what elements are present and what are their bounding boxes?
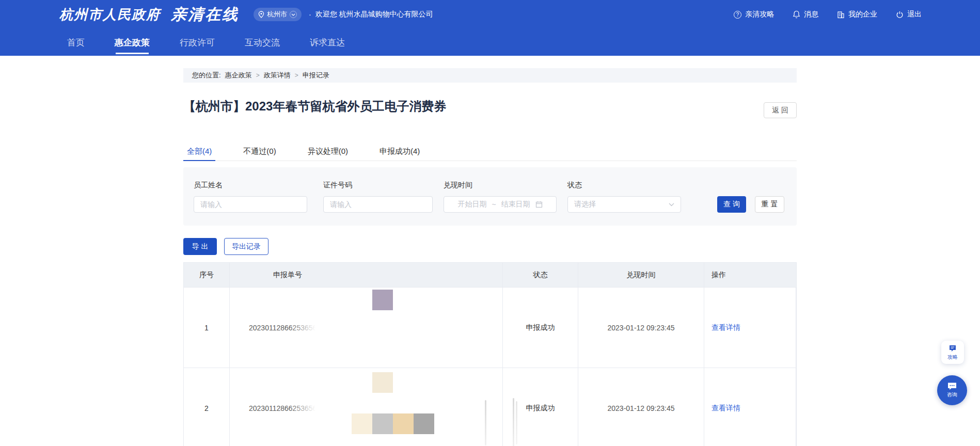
reset-button[interactable]: 重 置 (755, 196, 784, 213)
page-title: 【杭州市】2023年春节留杭省外员工电子消费券 (183, 98, 446, 115)
location-selector[interactable]: 杭州市 (254, 8, 302, 21)
redacted-block (414, 413, 434, 434)
nav-item-policies[interactable]: 惠企政策 (115, 29, 150, 56)
consult-float-button[interactable]: 咨询 (937, 375, 967, 405)
nav-item-interaction[interactable]: 互动交流 (245, 29, 280, 56)
col-status: 状态 (503, 263, 578, 287)
tab-success[interactable]: 申报成功(4) (376, 146, 423, 161)
guide-link-label: 亲清攻略 (745, 10, 774, 19)
header-row: 杭州市人民政府 亲清在线 杭州市 · 欢迎您 杭州水晶城购物中心有限公司 ? 亲… (59, 0, 922, 29)
redeem-time-label: 兑现时间 (444, 180, 557, 190)
breadcrumb-prefix: 您的位置: (192, 71, 221, 80)
welcome-dot: · (309, 10, 311, 19)
redacted-smudge (516, 401, 517, 444)
top-header: 杭州市人民政府 亲清在线 杭州市 · 欢迎您 杭州水晶城购物中心有限公司 ? 亲… (0, 0, 980, 56)
nav-item-appeals[interactable]: 诉求直达 (310, 29, 345, 56)
status-select[interactable]: 请选择 (567, 196, 681, 213)
row-order-no: 202301128662536563 (230, 368, 503, 446)
employee-name-field: 员工姓名 (194, 180, 307, 190)
date-tilde: ~ (492, 200, 496, 209)
breadcrumb-separator: > (256, 72, 260, 79)
redacted-smudge (513, 398, 514, 446)
date-range-picker[interactable]: 开始日期 ~ 结束日期 (444, 196, 557, 213)
row-status: 申报成功 (503, 288, 578, 368)
gov-logo: 杭州市人民政府 (59, 6, 161, 24)
company-icon (837, 11, 845, 19)
status-select-placeholder: 请选择 (574, 200, 596, 209)
employee-name-label: 员工姓名 (194, 180, 307, 190)
redacted-block (372, 372, 393, 393)
records-table: 序号 申报单号 状态 兑现时间 操作 1 202301128662536567 … (183, 262, 797, 446)
main-nav: 首页 惠企政策 行政许可 互动交流 诉求直达 (67, 29, 345, 56)
breadcrumb-item-records: 申报记录 (303, 71, 329, 80)
row-redeem-time: 2023-01-12 09:23:45 (578, 288, 704, 368)
tab-all[interactable]: 全部(4) (183, 146, 215, 161)
chevron-down-icon (669, 203, 674, 206)
my-company-link[interactable]: 我的企业 (837, 10, 877, 19)
redacted-block (352, 413, 372, 434)
col-order-no: 申报单号 (230, 263, 503, 287)
nav-item-home[interactable]: 首页 (67, 29, 85, 56)
export-log-button[interactable]: 导出记录 (224, 238, 268, 255)
row-actions: 查看详情 (704, 288, 796, 368)
back-button[interactable]: 返 回 (764, 102, 797, 118)
logout-link-label: 退出 (907, 10, 922, 19)
guide-chat-icon (949, 344, 957, 353)
chevron-down-icon (290, 11, 297, 18)
tab-rejected[interactable]: 不通过(0) (240, 146, 279, 161)
col-actions: 操作 (704, 263, 796, 287)
consult-float-label: 咨询 (947, 391, 957, 399)
breadcrumb-item-policies[interactable]: 惠企政策 (225, 71, 252, 80)
location-label: 杭州市 (267, 10, 287, 19)
search-button[interactable]: 查 询 (717, 196, 746, 213)
redacted-strip (352, 413, 434, 434)
row-index: 1 (184, 288, 230, 368)
id-number-field: 证件号码 (323, 180, 433, 190)
nav-item-licensing[interactable]: 行政许可 (180, 29, 215, 56)
question-circle-icon: ? (734, 11, 741, 19)
filter-panel: 员工姓名 证件号码 兑现时间 开始日期 ~ 结束日期 状态 请选择 (183, 167, 797, 226)
employee-name-input[interactable] (194, 196, 307, 213)
messages-link-label: 消息 (804, 10, 818, 19)
row-actions: 查看详情 (704, 368, 796, 446)
logout-link[interactable]: 退出 (896, 10, 922, 19)
location-pin-icon (258, 11, 264, 18)
status-field: 状态 请选择 (567, 180, 681, 190)
id-number-label: 证件号码 (323, 180, 433, 190)
power-icon (896, 11, 904, 19)
table-row: 2 202301128662536563 申报成功 2023-01-12 09:… (184, 368, 796, 446)
my-company-link-label: 我的企业 (848, 10, 877, 19)
welcome-company: 欢迎您 杭州水晶城购物中心有限公司 (315, 10, 433, 19)
consult-chat-icon (947, 382, 957, 391)
guide-float-button[interactable]: 攻略 (941, 341, 964, 364)
status-label: 状态 (567, 180, 681, 190)
redacted-block (393, 413, 414, 434)
col-redeem-time: 兑现时间 (578, 263, 704, 287)
status-tabs: 全部(4) 不通过(0) 异议处理(0) 申报成功(4) (183, 146, 797, 161)
end-date-placeholder: 结束日期 (501, 200, 530, 209)
messages-link[interactable]: 消息 (793, 10, 818, 19)
view-detail-link[interactable]: 查看详情 (712, 404, 740, 413)
export-button[interactable]: 导 出 (183, 238, 217, 255)
breadcrumb-separator: > (295, 72, 298, 79)
view-detail-link[interactable]: 查看详情 (712, 323, 740, 332)
guide-link[interactable]: ? 亲清攻略 (734, 10, 774, 19)
header-links: ? 亲清攻略 消息 我的企业 (734, 10, 922, 19)
calendar-icon (535, 201, 543, 208)
order-no-text: 202301128662536567 (249, 324, 321, 332)
id-number-input[interactable] (323, 196, 433, 213)
brand-logo: 亲清在线 (171, 4, 239, 25)
redacted-smudge (485, 400, 486, 445)
row-order-no: 202301128662536567 (230, 288, 503, 368)
redeem-time-field: 兑现时间 开始日期 ~ 结束日期 (444, 180, 557, 190)
screen: 杭州市人民政府 亲清在线 杭州市 · 欢迎您 杭州水晶城购物中心有限公司 ? 亲… (0, 0, 980, 446)
row-index: 2 (184, 368, 230, 446)
row-redeem-time: 2023-01-12 09:23:45 (578, 368, 704, 446)
breadcrumb-item-policy-detail[interactable]: 政策详情 (264, 71, 291, 80)
start-date-placeholder: 开始日期 (457, 200, 486, 209)
welcome-text: · 欢迎您 杭州水晶城购物中心有限公司 (309, 10, 433, 19)
tab-objection[interactable]: 异议处理(0) (304, 146, 352, 161)
table-row: 1 202301128662536567 申报成功 2023-01-12 09:… (184, 287, 796, 368)
table-header-row: 序号 申报单号 状态 兑现时间 操作 (184, 263, 796, 287)
breadcrumb: 您的位置: 惠企政策 > 政策详情 > 申报记录 (183, 68, 797, 83)
